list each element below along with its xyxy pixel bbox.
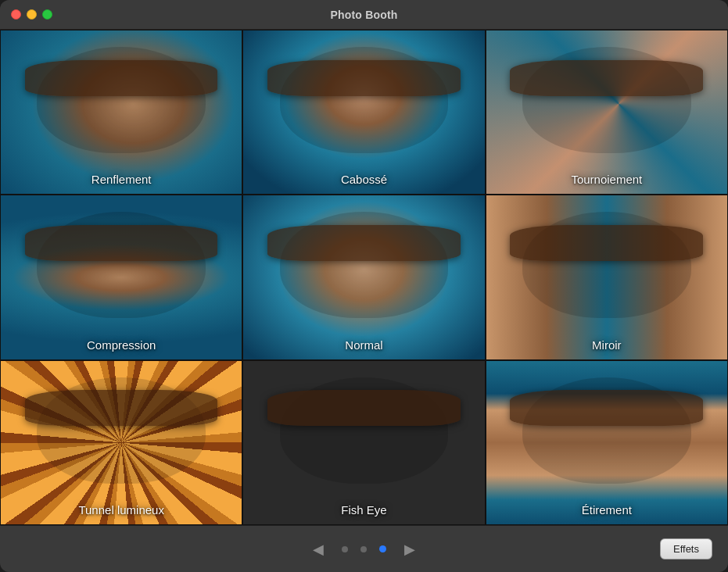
effect-label-caboss: Cabossé xyxy=(243,173,484,186)
effect-label-renflement: Renflement xyxy=(1,173,242,186)
prev-arrow[interactable]: ◀ xyxy=(307,538,329,560)
effect-bg-miroir xyxy=(486,195,727,359)
effets-button[interactable]: Effets xyxy=(660,538,712,559)
effect-label-tournoiement: Tournoiement xyxy=(486,173,727,186)
window-title: Photo Booth xyxy=(330,9,397,21)
nav-dot-1[interactable] xyxy=(342,546,348,552)
title-bar: Photo Booth xyxy=(0,0,728,30)
effect-bg-tournoiement xyxy=(486,30,727,194)
nav-dot-3[interactable] xyxy=(379,545,386,552)
next-arrow[interactable]: ▶ xyxy=(399,538,421,560)
effect-cell-compression[interactable]: Compression xyxy=(0,195,242,359)
effect-cell-fisheye[interactable]: Fish Eye xyxy=(242,360,485,525)
effect-bg-normal xyxy=(243,195,484,359)
effect-cell-miroir[interactable]: Miroir xyxy=(486,195,728,359)
effect-cell-normal[interactable]: Normal xyxy=(242,195,485,359)
effect-bg-tunnel xyxy=(1,361,242,524)
effects-grid: RenflementCabosséTournoiementCompression… xyxy=(0,30,728,525)
effect-bg-compression xyxy=(1,195,242,359)
maximize-button[interactable] xyxy=(42,9,52,20)
effect-label-miroir: Miroir xyxy=(486,338,727,352)
bottom-bar: ◀ ▶ Effets xyxy=(0,525,728,572)
traffic-lights xyxy=(11,9,52,20)
effect-bg-etirement xyxy=(486,361,727,524)
effect-cell-caboss[interactable]: Cabossé xyxy=(242,30,485,195)
effect-label-fisheye: Fish Eye xyxy=(243,503,484,517)
app-window: Photo Booth RenflementCabosséTournoiemen… xyxy=(0,0,728,572)
minimize-button[interactable] xyxy=(27,9,37,20)
nav-dot-2[interactable] xyxy=(360,546,367,552)
effect-cell-tunnel[interactable]: Tunnel lumineux xyxy=(0,360,242,525)
effect-label-tunnel: Tunnel lumineux xyxy=(1,503,242,517)
effect-label-normal: Normal xyxy=(243,338,484,352)
effect-cell-tournoiement[interactable]: Tournoiement xyxy=(486,30,728,195)
nav-controls: ◀ ▶ xyxy=(307,538,421,560)
effect-bg-caboss xyxy=(243,30,484,194)
effect-cell-renflement[interactable]: Renflement xyxy=(0,30,242,195)
effect-bg-fisheye xyxy=(243,361,484,524)
effect-bg-renflement xyxy=(1,30,242,194)
effect-label-etirement: Étirement xyxy=(486,503,727,517)
close-button[interactable] xyxy=(11,9,21,20)
effect-cell-etirement[interactable]: Étirement xyxy=(486,360,728,525)
effect-label-compression: Compression xyxy=(1,338,242,352)
